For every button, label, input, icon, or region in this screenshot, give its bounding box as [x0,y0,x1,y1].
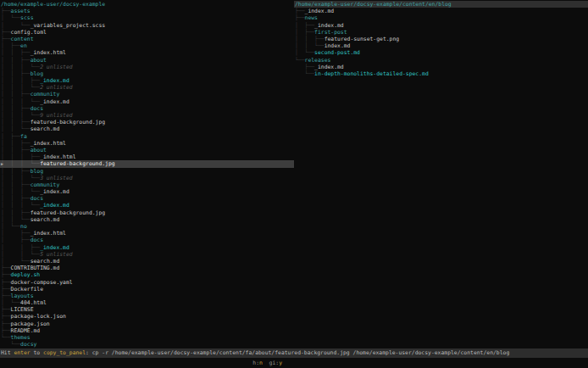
tree-row[interactable]: └──docsy [0,341,294,348]
tree-row[interactable]: ▶│ │ │ └──featured-background.jpg [0,160,294,167]
entry-name: _index.html [40,153,75,160]
pane-root-path[interactable]: /home/example-user/docsy-example/content… [294,1,588,8]
tree-branch: │ │ ├── [1,147,31,153]
tree-row[interactable]: │ │ │ ├──_index.html [0,153,294,160]
tree-row[interactable]: ├──content [0,36,294,42]
entry-name: docs [31,195,43,202]
tree-row[interactable]: ├──_index.md [294,64,588,70]
entry-name: about [31,57,47,64]
tree-row[interactable]: ├──CONTRIBUTING.md [0,265,294,271]
tree-row[interactable]: │ │ ├──featured-background.jpg [0,119,294,125]
flag-label: h: [252,360,259,366]
tree-branch: │ │ │ ├── [1,77,40,84]
tree-row[interactable]: ├──layouts [0,293,294,299]
tree-row[interactable]: │ └──search.md [0,258,294,265]
entry-name: _index.md [314,64,344,70]
tree-row[interactable]: └──themes [0,334,294,341]
tree-row[interactable]: │ ├──first-post [294,29,588,36]
tree-row[interactable]: │ └──404.html [0,299,294,306]
tree-row[interactable]: │ │ ├──featured-sunset-get.png [294,36,588,42]
tree-row[interactable]: │ │ │ └──2 unlisted [0,84,294,91]
tree-row[interactable]: │ │ │ └──2 unlisted [0,64,294,70]
tree-row[interactable]: ├──assets [0,8,294,14]
entry-name: _index.md [40,98,69,105]
entry-name: deploy.sh [11,271,41,278]
tree-row[interactable]: │ ├──_index.md [294,22,588,29]
entry-name: index.md [325,42,351,49]
tree-row[interactable]: │ │ │ └──3 unlisted [0,175,294,181]
status-text: to [31,349,43,356]
tree-row[interactable]: ├──README.md [0,327,294,334]
tree-row[interactable]: ├──LICENSE [0,306,294,313]
tree-row[interactable]: └──releases [294,57,588,64]
entry-name: no [20,223,27,230]
tree-row[interactable]: │ └──_variables_project.scss [0,22,294,29]
tree-row[interactable]: │ │ ├──about [0,57,294,64]
tree-row[interactable]: │ │ ├──_index.html [0,49,294,56]
pane-root-path[interactable]: /home/example-user/docsy-example [0,1,294,8]
entry-name: 3 unlisted [40,175,72,181]
tree-row[interactable]: │ │ ├──docs [0,105,294,112]
tree-branch: │ └── [295,49,314,56]
tree-branch: ├── [1,36,11,42]
tree-row[interactable]: ├──docker-compose.yaml [0,279,294,286]
tree-branch: │ ├── [1,230,31,237]
tree-row[interactable]: ├──Dockerfile [0,286,294,293]
tree-branch: ├── [1,286,11,293]
tree-row[interactable]: │ │ ├──_index.html [0,140,294,147]
tree-row[interactable]: ├──package-lock.json [0,313,294,320]
tree-branch: │ │ ├── [1,209,31,216]
tree-branch: │ └── [1,22,31,29]
tree-row[interactable]: │ └──second-post.md [294,49,588,56]
entry-name: themes [11,334,31,341]
tree-row[interactable]: ├──deploy.sh [0,271,294,278]
status-bar: Hit enter to copy_to_panel: cp -r /home/… [0,348,588,358]
tree-row[interactable]: ├──config.toml [0,29,294,36]
tree-row[interactable]: │ ├──fa [0,133,294,140]
tree-row[interactable]: │ │ │ └──_index.md [0,202,294,209]
entry-name: search.md [31,125,60,132]
tree-row[interactable]: │ ├──docs [0,237,294,243]
tree-row[interactable]: │ ├──_index.html [0,230,294,237]
tree-branch: ├── [1,265,11,271]
tree-row[interactable]: │ │ │ └──_index.md [0,98,294,105]
tree-row[interactable]: │ │ │ └──9 unlisted [0,112,294,119]
tree-branch: │ │ │ └── [1,98,40,105]
entry-name: docsy [20,341,36,348]
tree-row[interactable]: └──in-depth-monoliths-detailed-spec.md [294,70,588,77]
entry-name: README.md [11,327,41,334]
entry-name: featured-background.jpg [31,209,106,216]
tree-row[interactable]: │ └──no [0,223,294,230]
tree-row[interactable]: │ │ │ └──_index.md [0,188,294,195]
entry-name: package-lock.json [11,313,66,320]
tree-row[interactable]: │ │ └──search.md [0,125,294,132]
tree-row[interactable]: │ │ ├──blog [0,168,294,175]
tree-row[interactable]: │ │ ├──community [0,181,294,188]
tree-row[interactable]: ├──package.json [0,321,294,327]
entry-name: _index.md [305,8,335,14]
tree-branch: │ │ ├── [1,195,31,202]
tree-row[interactable]: │ │ └──index.md [294,42,588,49]
tree-row[interactable]: │ │ ├──_index.md [0,244,294,251]
tree-branch: │ ├── [1,237,31,243]
entry-name: assets [11,8,31,14]
tree-row[interactable]: │ │ ├──community [0,91,294,98]
tree-row[interactable]: │ └──scss [0,14,294,21]
tree-branch: │ │ └── [1,125,31,132]
tree-row[interactable]: │ │ └──search.md [0,216,294,223]
right-pane: /home/example-user/docsy-example/content… [294,1,588,77]
tree-branch: │ │ └── [1,216,31,223]
tree-row[interactable]: │ │ │ ├──_index.md [0,77,294,84]
tree-branch: │ │ │ └── [1,112,40,119]
tree-row[interactable]: │ │ └──5 unlisted [0,251,294,258]
entry-name: _index.md [40,188,69,195]
tree-row[interactable]: │ │ ├──featured-background.jpg [0,209,294,216]
tree-row[interactable]: │ ├──en [0,42,294,49]
tree-row[interactable]: ├──_index.md [294,8,588,14]
tree-row[interactable]: │ │ ├──docs [0,195,294,202]
flag-label: gi: [263,360,279,366]
tree-row[interactable]: ├──news [294,14,588,21]
tree-row[interactable]: │ │ ├──about [0,147,294,153]
tree-branch: └── [295,70,314,77]
tree-row[interactable]: │ │ ├──blog [0,70,294,77]
